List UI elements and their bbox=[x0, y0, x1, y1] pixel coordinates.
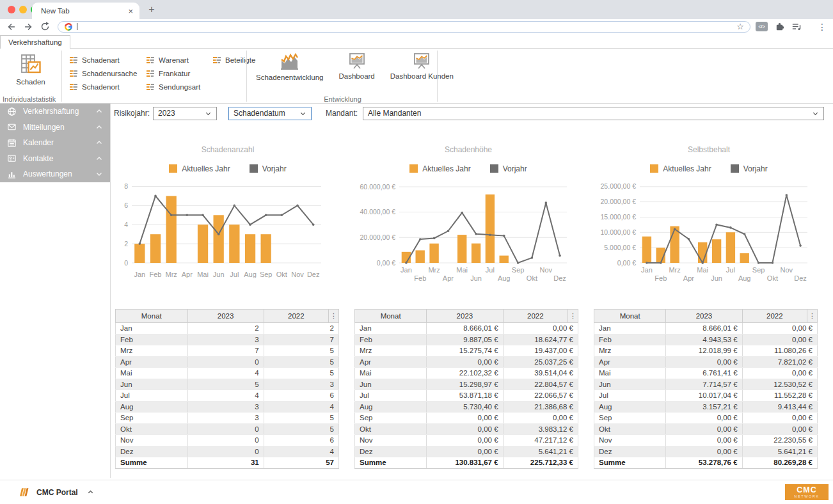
risikojahr-select[interactable]: 2023 bbox=[153, 107, 217, 120]
chevron-down-icon bbox=[812, 110, 819, 117]
column-header-monat[interactable]: Monat bbox=[355, 310, 427, 323]
chart-title: Selbstbehalt bbox=[596, 145, 821, 155]
column-header-2023[interactable]: 2023 bbox=[187, 310, 264, 323]
table-row: Aug5.730,40 €21.386,68 € bbox=[355, 401, 578, 413]
sidebar-item-kontakte[interactable]: Kontakte bbox=[0, 151, 110, 167]
contacts-icon bbox=[7, 154, 17, 163]
ribbon-item-label: Warenart bbox=[159, 56, 189, 64]
sum-label-cell: Summe bbox=[594, 457, 666, 469]
column-header-2023[interactable]: 2023 bbox=[666, 310, 742, 323]
ribbon-item-schadenart[interactable]: Schadenart bbox=[65, 53, 137, 67]
tab-close-icon[interactable]: × bbox=[128, 7, 133, 15]
table-row: Jun53 bbox=[116, 379, 339, 390]
cmc-portal-button[interactable]: CMC Portal bbox=[18, 487, 94, 498]
month-cell: Okt bbox=[594, 423, 666, 435]
bar-chart-icon bbox=[7, 169, 17, 179]
month-cell: Mrz bbox=[355, 345, 427, 357]
month-cell: Nov bbox=[594, 435, 666, 446]
table-row: Apr05 bbox=[116, 356, 339, 368]
ribbon-item-schadenursache[interactable]: Schadenursache bbox=[65, 67, 137, 80]
ribbon-tab-verkehrshaftung[interactable]: Verkehrshaftung bbox=[0, 35, 70, 49]
ribbon-item-frankatur[interactable]: Frankatur bbox=[142, 67, 203, 80]
minimize-window-button[interactable] bbox=[19, 6, 27, 13]
cmc-logo-text: CMC bbox=[797, 486, 816, 494]
month-cell: Apr bbox=[355, 356, 427, 368]
value-2022-cell: 0,00 € bbox=[742, 368, 817, 379]
legend-swatch bbox=[650, 164, 658, 173]
chevron-up-icon[interactable] bbox=[95, 123, 103, 131]
month-cell: Nov bbox=[355, 435, 427, 446]
sidebar-item-mitteilungen[interactable]: Mitteilungen bbox=[0, 120, 110, 136]
value-2022-cell: 5 bbox=[264, 356, 338, 368]
column-header-monat[interactable]: Monat bbox=[116, 310, 188, 323]
column-header-2022[interactable]: 2022 bbox=[742, 310, 807, 323]
schadendatum-select[interactable]: Schadendatum bbox=[228, 107, 312, 120]
chevron-down-icon[interactable] bbox=[95, 170, 103, 178]
table-row: Feb37 bbox=[116, 334, 339, 345]
schaden-button[interactable]: Schaden bbox=[0, 49, 61, 86]
browser-toolbar: ☆ </> ⋮ bbox=[0, 19, 833, 34]
sidebar-item-verkehrshaftung[interactable]: Verkehrshaftung bbox=[0, 104, 110, 120]
bookmark-star-icon[interactable]: ☆ bbox=[736, 22, 744, 31]
back-button[interactable] bbox=[5, 20, 18, 33]
value-2022-cell: 18.624,77 € bbox=[503, 334, 578, 345]
chevron-up-icon[interactable] bbox=[95, 107, 103, 115]
new-tab-button[interactable]: + bbox=[146, 4, 157, 15]
value-2022-cell: 0,00 € bbox=[742, 413, 817, 424]
ribbon-separator bbox=[61, 51, 62, 102]
month-cell: Okt bbox=[355, 423, 427, 435]
table-menu-button[interactable]: ⋮ bbox=[568, 310, 578, 323]
svg-text:25.000,00 €: 25.000,00 € bbox=[601, 182, 637, 190]
extensions-puzzle-icon[interactable] bbox=[775, 22, 784, 31]
chevron-up-icon[interactable] bbox=[87, 489, 94, 496]
value-2023-cell: 0,00 € bbox=[666, 446, 742, 457]
column-header-2022[interactable]: 2022 bbox=[264, 310, 328, 323]
devtools-extension-icon[interactable]: </> bbox=[756, 22, 768, 31]
month-cell: Apr bbox=[116, 356, 188, 368]
charts-row: SchadenanzahlAktuelles JahrVorjahr02468J… bbox=[111, 145, 833, 285]
ribbon-item-sendungsart[interactable]: Sendungsart bbox=[142, 80, 203, 93]
sidebar-nav: VerkehrshaftungMitteilungenKalenderKonta… bbox=[0, 104, 110, 182]
svg-text:Apr: Apr bbox=[683, 274, 694, 282]
ribbon-item-schadenort[interactable]: Schadenort bbox=[65, 80, 137, 93]
table-row: Nov0,00 €22.230,55 € bbox=[594, 435, 818, 446]
ribbon-item-warenart[interactable]: Warenart bbox=[142, 53, 203, 67]
column-header-2023[interactable]: 2023 bbox=[427, 310, 503, 323]
url-input[interactable]: ☆ bbox=[58, 21, 750, 33]
dashboard-button[interactable]: Dashboard bbox=[339, 51, 375, 81]
month-cell: Sep bbox=[594, 413, 666, 424]
value-2022-cell: 47.217,12 € bbox=[503, 435, 578, 446]
svg-text:Okt: Okt bbox=[767, 274, 778, 282]
value-2023-cell: 0,00 € bbox=[666, 423, 742, 435]
table-row: Sep35 bbox=[116, 413, 339, 424]
reload-button[interactable] bbox=[38, 20, 51, 33]
sidebar-item-auswertungen[interactable]: Auswertungen bbox=[0, 166, 110, 182]
table-menu-button[interactable]: ⋮ bbox=[807, 310, 818, 323]
column-header-monat[interactable]: Monat bbox=[594, 310, 666, 323]
close-window-button[interactable] bbox=[8, 6, 15, 13]
mandant-select[interactable]: Alle Mandanten bbox=[363, 107, 824, 120]
column-header-2022[interactable]: 2022 bbox=[503, 310, 567, 323]
month-cell: Dez bbox=[116, 446, 188, 457]
bar bbox=[642, 237, 651, 263]
schadenentwicklung-button[interactable]: Schadenentwicklung bbox=[256, 51, 324, 81]
chevron-up-icon[interactable] bbox=[95, 155, 103, 162]
svg-text:Jun: Jun bbox=[213, 271, 225, 278]
table-menu-button[interactable]: ⋮ bbox=[329, 310, 339, 323]
value-2023-cell: 5.730,40 € bbox=[427, 401, 503, 413]
legend-label: Vorjahr bbox=[743, 164, 768, 173]
forward-button[interactable] bbox=[22, 20, 35, 33]
table-header-row: Monat20232022⋮ bbox=[355, 310, 578, 323]
media-queue-icon[interactable] bbox=[791, 22, 802, 31]
sidebar-item-label: Kalender bbox=[23, 138, 54, 147]
value-2022-cell: 0,00 € bbox=[742, 423, 817, 435]
browser-tab[interactable]: New Tab × bbox=[32, 3, 139, 19]
sidebar-item-kalender[interactable]: Kalender bbox=[0, 135, 110, 151]
chart-legend: Aktuelles JahrVorjahr bbox=[596, 164, 821, 173]
browser-menu-icon[interactable]: ⋮ bbox=[818, 22, 827, 31]
chevron-up-icon[interactable] bbox=[95, 139, 103, 146]
svg-text:Sep: Sep bbox=[260, 271, 273, 278]
sidebar-item-label: Verkehrshaftung bbox=[23, 107, 79, 116]
dashboard-kunden-button[interactable]: Dashboard Kunden bbox=[390, 51, 454, 81]
value-2023-cell: 12.018,99 € bbox=[666, 345, 742, 357]
